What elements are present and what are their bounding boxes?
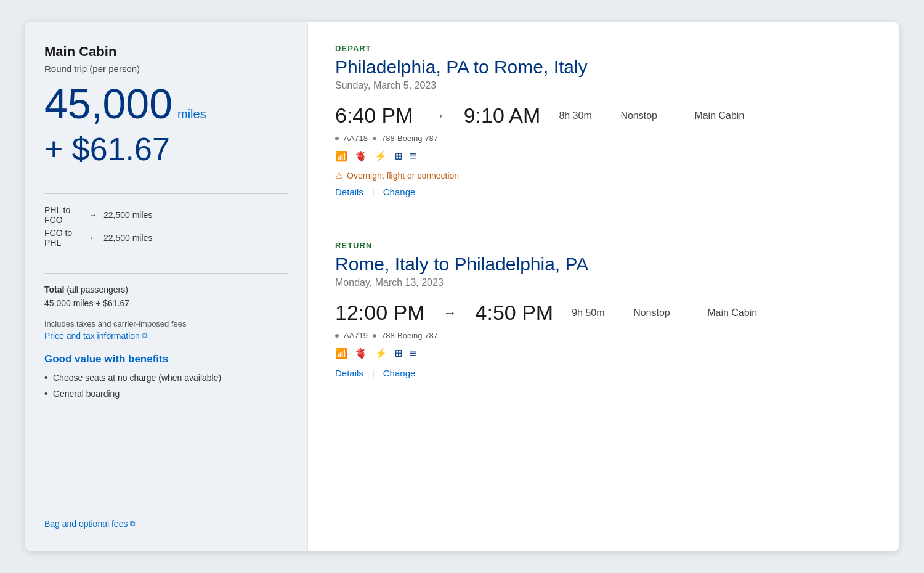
route-code-outbound: PHL to FCO [44,205,89,225]
return-arrow-icon: → [444,305,457,321]
benefits-list: Choose seats at no charge (when availabl… [44,373,288,399]
miles-amount: 45,000 [44,83,172,124]
return-change-link[interactable]: Change [383,368,416,378]
power-icon: 🫀 [355,150,367,162]
warning-triangle-icon: ⚠ [335,171,343,181]
route-row-outbound: PHL to FCO → 22,500 miles [44,205,288,225]
return-entertainment-icon: ⊞ [394,347,402,359]
return-power-icon: 🫀 [355,347,367,359]
main-content: DEPART Philadelphia, PA to Rome, Italy S… [308,22,899,551]
depart-aircraft: 788-Boeing 787 [381,134,438,143]
return-cabin: Main Cabin [707,307,757,319]
action-separator-1: | [372,187,375,197]
dot-separator-3 [335,334,339,338]
miles-label: miles [177,107,206,121]
return-times-row: 12:00 PM → 4:50 PM 9h 50m Nonstop Main C… [335,301,872,325]
benefit-item-2: General boarding [44,389,288,399]
depart-arrival-time: 9:10 AM [464,104,541,128]
return-flight-number: AA719 [344,331,368,340]
dot-separator-2 [373,137,376,140]
fee-amount: + $61.67 [44,131,288,168]
bag-fees-link[interactable]: Bag and optional fees ⧉ [44,519,136,529]
depart-action-row: Details | Change [335,187,872,197]
seat-icon: ≡ [410,149,417,163]
usb-icon: ⚡ [375,150,387,162]
return-aircraft: 788-Boeing 787 [381,331,438,340]
depart-change-link[interactable]: Change [383,187,416,197]
depart-flight-section: DEPART Philadelphia, PA to Rome, Italy S… [335,44,872,216]
route-miles-outbound: 22,500 miles [103,210,152,220]
route-row-return: FCO to PHL ← 22,500 miles [44,228,288,248]
depart-details-link[interactable]: Details [335,187,363,197]
benefits-title: Good value with benefits [44,353,288,365]
dot-separator-4 [373,334,376,338]
depart-route: Philadelphia, PA to Rome, Italy [335,57,872,78]
entertainment-icon: ⊞ [394,150,402,162]
return-amenities: 📶 🫀 ⚡ ⊞ ≡ [335,346,872,360]
total-amount: 45,000 miles + $61.67 [44,298,288,308]
booking-card: Main Cabin Round trip (per person) 45,00… [25,22,899,551]
return-nonstop: Nonstop [633,307,689,319]
action-separator-2: | [372,368,375,378]
bag-external-link-icon: ⧉ [130,519,136,528]
depart-cabin: Main Cabin [694,110,744,121]
wifi-icon: 📶 [335,150,347,162]
return-departure-time: 12:00 PM [335,301,425,325]
trip-type: Round trip (per person) [44,63,288,74]
total-label: Total [44,285,64,295]
return-seat-icon: ≡ [410,346,417,360]
divider-3 [44,420,288,420]
return-section-label: RETURN [335,241,872,250]
bag-link-section: Bag and optional fees ⧉ [44,506,288,529]
external-link-icon: ⧉ [142,331,148,340]
depart-flight-number: AA718 [344,134,368,143]
return-flight-info: AA719 788-Boeing 787 [335,331,872,340]
total-section: Total (all passengers) [44,285,288,295]
total-qualifier: (all passengers) [67,285,128,295]
return-duration: 9h 50m [572,307,615,319]
benefits-section: Good value with benefits Choose seats at… [44,353,288,405]
return-wifi-icon: 📶 [335,347,347,359]
price-tax-link[interactable]: Price and tax information ⧉ [44,331,288,341]
benefit-item-1: Choose seats at no charge (when availabl… [44,373,288,383]
route-table: PHL to FCO → 22,500 miles FCO to PHL ← 2… [44,205,288,251]
return-action-row: Details | Change [335,368,872,378]
depart-flight-info: AA718 788-Boeing 787 [335,134,872,143]
divider-1 [44,193,288,194]
route-miles-return: 22,500 miles [103,233,152,243]
depart-section-label: DEPART [335,44,872,53]
return-flight-section: RETURN Rome, Italy to Philadelphia, PA M… [335,222,872,397]
taxes-note: Includes taxes and carrier-imposed fees [44,319,288,328]
divider-2 [44,273,288,274]
overnight-warning: ⚠ Overnight flight or connection [335,171,872,181]
return-date: Monday, March 13, 2023 [335,277,872,288]
return-usb-icon: ⚡ [375,347,387,359]
cabin-type: Main Cabin [44,44,288,60]
depart-nonstop: Nonstop [620,110,676,121]
depart-arrow-icon: → [432,108,445,124]
depart-duration: 8h 30m [559,110,602,121]
miles-row: 45,000 miles [44,83,288,124]
route-arrow-outbound: → [89,210,97,220]
route-arrow-return: ← [89,233,97,243]
depart-times-row: 6:40 PM → 9:10 AM 8h 30m Nonstop Main Ca… [335,104,872,128]
depart-date: Sunday, March 5, 2023 [335,80,872,91]
depart-departure-time: 6:40 PM [335,104,413,128]
return-arrival-time: 4:50 PM [476,301,554,325]
dot-separator-1 [335,137,339,140]
route-code-return: FCO to PHL [44,228,89,248]
depart-amenities: 📶 🫀 ⚡ ⊞ ≡ [335,149,872,163]
sidebar-panel: Main Cabin Round trip (per person) 45,00… [25,22,308,551]
return-route: Rome, Italy to Philadelphia, PA [335,254,872,275]
return-details-link[interactable]: Details [335,368,363,378]
